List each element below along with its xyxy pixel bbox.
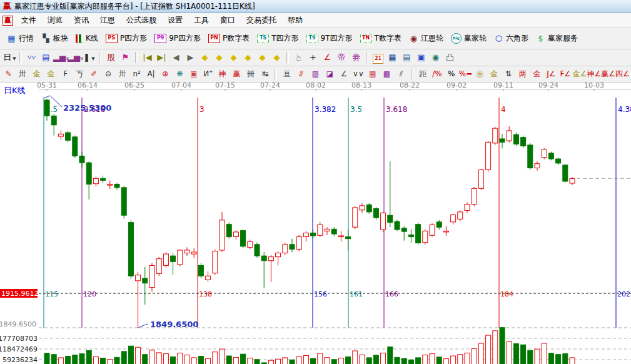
p-square-button[interactable]: PSP四方形	[103, 33, 150, 44]
frame-tool-icon[interactable]: 亘	[280, 68, 294, 80]
diamond-star-icon[interactable]: ◆	[255, 51, 270, 64]
print-icon[interactable]: 凸	[443, 51, 457, 64]
diamond-horizontal-icon[interactable]: ◆	[226, 51, 241, 64]
angle-lines-icon[interactable]: ∠	[337, 68, 351, 80]
menu-item-6[interactable]: 工具	[188, 14, 215, 27]
f-ruler-icon[interactable]: F	[58, 68, 73, 80]
winner-wheel-button[interactable]: Big赢家轮	[448, 33, 490, 44]
menu-item-0[interactable]: 文件	[16, 14, 42, 27]
diamond-cross-icon[interactable]: ◆	[241, 51, 255, 64]
menu-item-7[interactable]: 窗口	[215, 14, 241, 27]
diamond-left-icon[interactable]: ◆	[198, 51, 212, 64]
box-grid-icon[interactable]: ▣	[187, 68, 201, 80]
save-icon[interactable]: ▣	[414, 51, 428, 64]
sectors-button[interactable]: ▚板块	[38, 33, 71, 44]
star-grid-icon[interactable]: ❋	[173, 68, 187, 80]
last-page-icon[interactable]: ▶|	[154, 51, 169, 64]
measure-tool-icon[interactable]: 距	[416, 68, 430, 80]
percent-icon[interactable]: %	[444, 68, 458, 80]
j-angle-icon[interactable]: J∠	[544, 68, 558, 80]
span-arrow-icon[interactable]: ↹	[258, 68, 273, 80]
menu-item-1[interactable]: 浏览	[42, 14, 68, 27]
color-flag-icon[interactable]: ⚑	[118, 51, 133, 64]
gann-circle-icon[interactable]: ⊕	[158, 68, 173, 80]
gold-line-icon[interactable]: 金	[530, 68, 544, 80]
dense-grid-icon[interactable]: 卌	[244, 68, 258, 80]
n-square-icon[interactable]: n²	[129, 68, 144, 80]
gold-ruler-2-icon[interactable]: 金	[44, 68, 58, 80]
p9-square-button[interactable]: P99P四方形	[151, 33, 204, 44]
price-annotation[interactable]: 2325.5300	[63, 103, 111, 113]
purple-grid-2-icon[interactable]: ◪	[323, 68, 337, 80]
chart-area[interactable]: 05-3106-1406-2507-0407-1507-2408-0208-13…	[0, 83, 631, 364]
t-square-button[interactable]: TST四方形	[254, 33, 301, 44]
tick-ruler-icon[interactable]: 卅	[116, 68, 130, 80]
winner-service-button[interactable]: $赢家服务	[533, 33, 581, 44]
s-ruler-icon[interactable]: 丂	[73, 68, 87, 80]
notepad-icon[interactable]: ▤	[400, 51, 414, 64]
t9-square-button[interactable]: T99T四方形	[303, 33, 356, 44]
red-brush-icon[interactable]: ✐	[87, 68, 101, 80]
net-save-icon[interactable]: ◉	[428, 51, 443, 64]
diamond-right-icon[interactable]: ◆	[212, 51, 226, 64]
gann-scroll-tool-icon[interactable]: 劵	[349, 51, 363, 64]
gann-wheel-button[interactable]: ◉江恩轮	[406, 33, 447, 44]
purple-grid-icon[interactable]: ▨	[308, 68, 323, 80]
menu-item-8[interactable]: 交易委托	[241, 14, 282, 27]
candlestick-chart[interactable]: 05-3106-1406-2507-0407-1507-2408-0208-13…	[0, 83, 631, 364]
first-page-icon[interactable]: |◀	[140, 51, 154, 64]
ying-angle-icon[interactable]: 赢∠	[601, 68, 615, 80]
gold-ruler-icon[interactable]: 金	[30, 68, 44, 80]
gann-emperor-tool-icon[interactable]: 帝	[335, 51, 349, 64]
brush-icon[interactable]: ✎	[1, 68, 16, 80]
diamond-plus-icon[interactable]: ◆	[270, 51, 284, 64]
gold-circle-icon[interactable]: ㊎	[473, 68, 487, 80]
kline-button[interactable]: K线	[73, 33, 101, 44]
wave-tool-icon[interactable]: 两	[515, 68, 530, 80]
menu-item-4[interactable]: 公式选股	[121, 14, 162, 27]
angle-measure-icon[interactable]: ∠	[320, 51, 335, 64]
flag-brush-icon[interactable]: ⇅	[502, 68, 516, 80]
menu-item-9[interactable]: 帮助	[282, 14, 308, 27]
ying-ruler-icon[interactable]: 赢	[230, 68, 244, 80]
red-grid-icon[interactable]: ▦	[365, 68, 380, 80]
calculator-icon[interactable]: ▦	[385, 51, 400, 64]
zigzag-icon[interactable]: ∨∨	[351, 68, 365, 80]
shen-ruler-icon[interactable]: 神	[215, 68, 230, 80]
calendar-icon[interactable]: 21	[371, 51, 385, 64]
wave-mark-icon[interactable]: И”	[201, 68, 215, 80]
parallel-lines-icon[interactable]: ⫽	[394, 68, 408, 80]
gold-level-icon[interactable]: 金	[487, 68, 502, 80]
next-page-icon[interactable]: ▶	[183, 51, 198, 64]
percent-angle-icon[interactable]: /%	[430, 68, 445, 80]
hexagon-button[interactable]: ⬡六角形	[491, 33, 532, 44]
percent-level-icon[interactable]: %=	[458, 68, 473, 80]
circle-ruler-icon[interactable]: ⊖	[101, 68, 116, 80]
red-rays-icon[interactable]: ⫻	[294, 68, 308, 80]
drag-hand-icon[interactable]: ☞	[291, 51, 306, 64]
quotes-button[interactable]: ▦行情	[4, 33, 37, 44]
gann-ruler-icon[interactable]: 卅	[16, 68, 30, 80]
shen-angle-icon[interactable]: 神∠	[587, 68, 601, 80]
chart-9-icon[interactable]: ▂▅₉	[68, 51, 82, 64]
p-number-button[interactable]: PNP数字表	[205, 33, 253, 44]
price-annotation[interactable]: 1849.6500	[150, 320, 198, 329]
hatch-grid-icon[interactable]: ▩	[380, 68, 394, 80]
candle-body	[206, 276, 211, 280]
four-angle-icon[interactable]: 四∠	[615, 68, 630, 80]
stock-pick-icon[interactable]: 股	[104, 51, 118, 64]
t-number-button[interactable]: TNT数字表	[357, 33, 405, 44]
crosshair-icon[interactable]: +	[306, 51, 320, 64]
trend-scribble-icon[interactable]: 〰	[24, 51, 39, 64]
candle-style-dropdown[interactable]: ❚▼	[82, 51, 96, 64]
menu-item-2[interactable]: 资讯	[68, 14, 94, 27]
period-day-dropdown[interactable]: 日▼	[3, 51, 17, 64]
info-doc-icon[interactable]: ▤	[39, 51, 53, 64]
gold-angle-icon[interactable]: 金∠	[573, 68, 587, 80]
prev-page-icon[interactable]: ◀	[169, 51, 183, 64]
f-angle-icon[interactable]: F∠	[558, 68, 573, 80]
menu-item-3[interactable]: 江恩	[94, 14, 121, 27]
a-ruler-icon[interactable]: A|	[144, 68, 158, 80]
menu-item-5[interactable]: 设置	[162, 14, 188, 27]
chart-3-icon[interactable]: ▂▅₃	[53, 51, 68, 64]
